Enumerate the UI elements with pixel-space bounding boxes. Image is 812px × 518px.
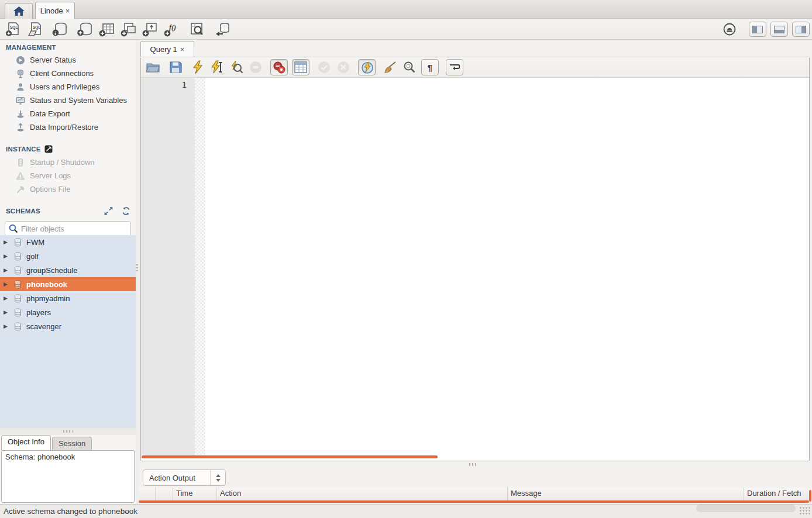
options-file-icon: [15, 184, 25, 194]
home-tab[interactable]: [5, 3, 33, 19]
toggle-word-wrap-button[interactable]: [446, 59, 463, 75]
toggle-left-panel-button[interactable]: [749, 22, 766, 37]
create-procedure-icon[interactable]: [142, 20, 159, 38]
refresh-schemas-icon[interactable]: [122, 207, 131, 215]
expander-icon[interactable]: ▶: [4, 281, 9, 287]
column-duration[interactable]: Duration / Fetch: [744, 488, 812, 500]
schema-icon: [13, 238, 22, 247]
schema-icon: [13, 308, 22, 317]
sidebar-splitter[interactable]: [0, 428, 136, 435]
svg-text:SQL: SQL: [10, 25, 18, 30]
status-bar: Active schema changed to phonebook: [0, 504, 812, 518]
window-resize-grip[interactable]: [799, 506, 810, 516]
stop-icon[interactable]: [248, 60, 263, 75]
output-table-header: Time Action Message Duration / Fetch: [139, 488, 812, 500]
search-icon: [9, 224, 18, 233]
toggle-right-panel-button[interactable]: [792, 22, 810, 37]
sidebar: MANAGEMENT Server Status Client Connecti…: [0, 40, 136, 504]
output-selector[interactable]: Action Output: [143, 469, 226, 486]
sidebar-item-server-logs[interactable]: Server Logs: [0, 169, 136, 182]
expander-icon[interactable]: ▶: [4, 239, 9, 245]
create-function-icon[interactable]: f(): [163, 20, 181, 38]
sidebar-item-options-file[interactable]: Options File: [0, 182, 136, 196]
expander-icon[interactable]: ▶: [4, 267, 9, 273]
output-horizontal-scrollbar[interactable]: [139, 500, 809, 503]
editor-horizontal-scrollbar[interactable]: [142, 455, 438, 458]
editor-gutter: 1: [141, 78, 195, 455]
output-vertical-scrollbar[interactable]: [809, 490, 811, 502]
connection-tab-close-icon[interactable]: ×: [66, 6, 70, 15]
find-icon[interactable]: [402, 60, 417, 75]
notification-icon[interactable]: [722, 22, 737, 36]
open-sql-script-icon[interactable]: SQL: [26, 20, 44, 38]
connection-tab[interactable]: Linode ×: [35, 2, 75, 19]
output-selector-spinner[interactable]: [210, 470, 225, 485]
execute-icon[interactable]: [190, 60, 205, 75]
column-status[interactable]: [139, 488, 156, 500]
word-wrap-icon: [449, 63, 460, 71]
schema-row-scavenger[interactable]: ▶ scavenger: [0, 319, 136, 333]
rollback-icon[interactable]: [336, 60, 351, 75]
schema-row-phonebook[interactable]: ▶ phonebook: [0, 277, 136, 291]
schema-row-fwm[interactable]: ▶ FWM: [0, 235, 136, 249]
horizontal-splitter[interactable]: [138, 461, 812, 468]
sidebar-item-server-status[interactable]: Server Status: [0, 53, 136, 67]
toggle-stop-on-error-button[interactable]: [270, 59, 288, 75]
instance-section-title: INSTANCE: [0, 141, 136, 156]
schemas-section-title: SCHEMAS: [0, 203, 136, 217]
schema-row-golf[interactable]: ▶ golf: [0, 249, 136, 263]
sidebar-item-data-export[interactable]: Data Export: [0, 107, 136, 120]
open-script-icon[interactable]: [146, 60, 161, 75]
limit-rows-button[interactable]: [292, 59, 309, 75]
editor-text-area[interactable]: [205, 78, 808, 455]
schema-row-groupschedule[interactable]: ▶ groupSchedule: [0, 263, 136, 277]
sidebar-item-client-connections[interactable]: Client Connections: [0, 67, 136, 80]
expand-schemas-icon[interactable]: [104, 207, 113, 215]
sidebar-item-users-privileges[interactable]: Users and Privileges: [0, 80, 136, 94]
create-view-icon[interactable]: [120, 20, 137, 38]
scrollbar-thumb[interactable]: [696, 505, 796, 512]
query-tab-close-icon[interactable]: ×: [180, 45, 185, 54]
query-tab[interactable]: Query 1 ×: [140, 41, 194, 57]
column-time[interactable]: Time: [173, 488, 217, 500]
commit-icon[interactable]: [316, 60, 332, 75]
beautify-icon[interactable]: [383, 60, 398, 75]
database-inspector-icon[interactable]: i: [51, 20, 69, 38]
expander-icon[interactable]: ▶: [4, 323, 9, 329]
reconnect-dbms-icon[interactable]: [214, 20, 231, 38]
explain-icon[interactable]: [229, 60, 244, 75]
schema-icon: [13, 280, 22, 289]
expander-icon[interactable]: ▶: [4, 295, 9, 301]
sidebar-item-data-import[interactable]: Data Import/Restore: [0, 120, 136, 134]
create-schema-icon[interactable]: [77, 20, 94, 38]
sidebar-item-system-variables[interactable]: Status and System Variables: [0, 94, 136, 107]
toggle-invisible-chars-button[interactable]: ¶: [421, 59, 439, 75]
save-script-icon[interactable]: [168, 60, 183, 75]
schema-row-players[interactable]: ▶ players: [0, 305, 136, 319]
startup-shutdown-icon: [15, 157, 25, 167]
toggle-autocommit-button[interactable]: [358, 59, 376, 75]
toggle-bottom-panel-button[interactable]: [770, 22, 788, 37]
expander-icon[interactable]: ▶: [4, 253, 9, 259]
column-index[interactable]: [156, 488, 173, 500]
schema-tree: ▶ FWM ▶ golf ▶ groupSchedule ▶ phonebook…: [0, 235, 136, 428]
column-message[interactable]: Message: [508, 488, 744, 500]
system-variables-icon: [15, 95, 25, 105]
column-action[interactable]: Action: [217, 488, 508, 500]
tab-session[interactable]: Session: [52, 437, 92, 450]
execute-current-icon[interactable]: [209, 60, 225, 75]
editor-toolbar: ¶: [141, 57, 809, 78]
tab-object-info[interactable]: Object Info: [1, 435, 51, 450]
new-sql-tab-icon[interactable]: SQL: [5, 20, 22, 38]
schema-filter-input[interactable]: [21, 225, 127, 233]
right-panel-icon: [796, 26, 806, 33]
expander-icon[interactable]: ▶: [4, 309, 9, 315]
vertical-splitter[interactable]: [136, 40, 138, 504]
server-status-icon: [15, 55, 25, 65]
svg-text:f(): f(): [169, 23, 176, 32]
sidebar-item-startup-shutdown[interactable]: Startup / Shutdown: [0, 156, 136, 169]
object-info-content: Schema: phonebook: [1, 450, 135, 503]
schema-row-phpmyadmin[interactable]: ▶ phpmyadmin: [0, 291, 136, 305]
create-table-icon[interactable]: [98, 20, 116, 38]
search-table-data-icon[interactable]: [188, 20, 206, 38]
